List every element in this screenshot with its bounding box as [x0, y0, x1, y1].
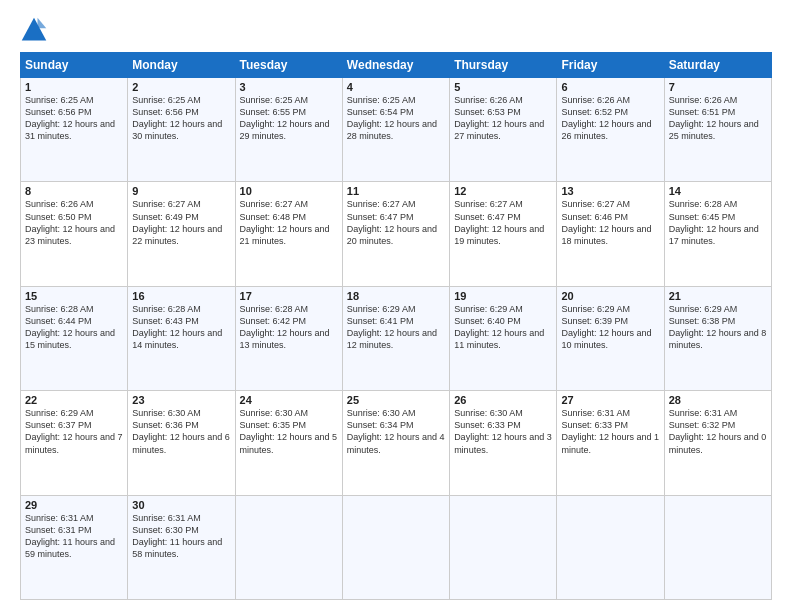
day-detail: Sunrise: 6:30 AMSunset: 6:36 PMDaylight:… [132, 408, 230, 454]
header [20, 16, 772, 44]
day-detail: Sunrise: 6:26 AMSunset: 6:52 PMDaylight:… [561, 95, 651, 141]
calendar-cell: 24 Sunrise: 6:30 AMSunset: 6:35 PMDaylig… [235, 391, 342, 495]
calendar-cell: 20 Sunrise: 6:29 AMSunset: 6:39 PMDaylig… [557, 286, 664, 390]
calendar-cell: 4 Sunrise: 6:25 AMSunset: 6:54 PMDayligh… [342, 78, 449, 182]
day-detail: Sunrise: 6:29 AMSunset: 6:37 PMDaylight:… [25, 408, 123, 454]
day-number: 14 [669, 185, 767, 197]
week-row-4: 22 Sunrise: 6:29 AMSunset: 6:37 PMDaylig… [21, 391, 772, 495]
calendar-cell: 7 Sunrise: 6:26 AMSunset: 6:51 PMDayligh… [664, 78, 771, 182]
calendar-cell [342, 495, 449, 599]
day-number: 21 [669, 290, 767, 302]
day-number: 17 [240, 290, 338, 302]
day-detail: Sunrise: 6:26 AMSunset: 6:53 PMDaylight:… [454, 95, 544, 141]
day-detail: Sunrise: 6:25 AMSunset: 6:54 PMDaylight:… [347, 95, 437, 141]
calendar-cell [557, 495, 664, 599]
calendar-cell: 18 Sunrise: 6:29 AMSunset: 6:41 PMDaylig… [342, 286, 449, 390]
day-number: 15 [25, 290, 123, 302]
week-row-1: 1 Sunrise: 6:25 AMSunset: 6:56 PMDayligh… [21, 78, 772, 182]
day-detail: Sunrise: 6:29 AMSunset: 6:41 PMDaylight:… [347, 304, 437, 350]
day-header-saturday: Saturday [664, 53, 771, 78]
day-number: 11 [347, 185, 445, 197]
calendar-cell: 12 Sunrise: 6:27 AMSunset: 6:47 PMDaylig… [450, 182, 557, 286]
day-number: 25 [347, 394, 445, 406]
day-detail: Sunrise: 6:30 AMSunset: 6:33 PMDaylight:… [454, 408, 552, 454]
svg-marker-1 [38, 18, 47, 29]
calendar-cell: 17 Sunrise: 6:28 AMSunset: 6:42 PMDaylig… [235, 286, 342, 390]
day-number: 9 [132, 185, 230, 197]
day-header-thursday: Thursday [450, 53, 557, 78]
day-detail: Sunrise: 6:26 AMSunset: 6:51 PMDaylight:… [669, 95, 759, 141]
calendar-cell: 10 Sunrise: 6:27 AMSunset: 6:48 PMDaylig… [235, 182, 342, 286]
logo-icon [20, 16, 48, 44]
calendar-cell: 29 Sunrise: 6:31 AMSunset: 6:31 PMDaylig… [21, 495, 128, 599]
calendar-cell: 1 Sunrise: 6:25 AMSunset: 6:56 PMDayligh… [21, 78, 128, 182]
day-number: 26 [454, 394, 552, 406]
day-number: 22 [25, 394, 123, 406]
calendar-cell: 27 Sunrise: 6:31 AMSunset: 6:33 PMDaylig… [557, 391, 664, 495]
day-number: 13 [561, 185, 659, 197]
calendar-cell: 23 Sunrise: 6:30 AMSunset: 6:36 PMDaylig… [128, 391, 235, 495]
day-detail: Sunrise: 6:27 AMSunset: 6:48 PMDaylight:… [240, 199, 330, 245]
day-detail: Sunrise: 6:30 AMSunset: 6:34 PMDaylight:… [347, 408, 445, 454]
day-detail: Sunrise: 6:31 AMSunset: 6:30 PMDaylight:… [132, 513, 222, 559]
calendar-cell: 28 Sunrise: 6:31 AMSunset: 6:32 PMDaylig… [664, 391, 771, 495]
day-detail: Sunrise: 6:27 AMSunset: 6:47 PMDaylight:… [347, 199, 437, 245]
day-number: 30 [132, 499, 230, 511]
day-number: 2 [132, 81, 230, 93]
calendar-cell: 25 Sunrise: 6:30 AMSunset: 6:34 PMDaylig… [342, 391, 449, 495]
day-detail: Sunrise: 6:29 AMSunset: 6:39 PMDaylight:… [561, 304, 651, 350]
calendar-cell: 22 Sunrise: 6:29 AMSunset: 6:37 PMDaylig… [21, 391, 128, 495]
day-detail: Sunrise: 6:25 AMSunset: 6:56 PMDaylight:… [132, 95, 222, 141]
calendar-cell: 5 Sunrise: 6:26 AMSunset: 6:53 PMDayligh… [450, 78, 557, 182]
day-header-sunday: Sunday [21, 53, 128, 78]
day-number: 1 [25, 81, 123, 93]
day-number: 12 [454, 185, 552, 197]
day-header-monday: Monday [128, 53, 235, 78]
calendar-body: 1 Sunrise: 6:25 AMSunset: 6:56 PMDayligh… [21, 78, 772, 600]
calendar-cell: 11 Sunrise: 6:27 AMSunset: 6:47 PMDaylig… [342, 182, 449, 286]
day-detail: Sunrise: 6:28 AMSunset: 6:45 PMDaylight:… [669, 199, 759, 245]
calendar-header-row: SundayMondayTuesdayWednesdayThursdayFrid… [21, 53, 772, 78]
calendar-cell: 16 Sunrise: 6:28 AMSunset: 6:43 PMDaylig… [128, 286, 235, 390]
calendar-cell: 30 Sunrise: 6:31 AMSunset: 6:30 PMDaylig… [128, 495, 235, 599]
day-number: 28 [669, 394, 767, 406]
calendar-cell: 15 Sunrise: 6:28 AMSunset: 6:44 PMDaylig… [21, 286, 128, 390]
logo [20, 16, 52, 44]
day-number: 29 [25, 499, 123, 511]
day-detail: Sunrise: 6:30 AMSunset: 6:35 PMDaylight:… [240, 408, 338, 454]
calendar-cell: 21 Sunrise: 6:29 AMSunset: 6:38 PMDaylig… [664, 286, 771, 390]
day-number: 4 [347, 81, 445, 93]
week-row-5: 29 Sunrise: 6:31 AMSunset: 6:31 PMDaylig… [21, 495, 772, 599]
day-number: 6 [561, 81, 659, 93]
day-detail: Sunrise: 6:26 AMSunset: 6:50 PMDaylight:… [25, 199, 115, 245]
day-number: 24 [240, 394, 338, 406]
calendar-cell: 8 Sunrise: 6:26 AMSunset: 6:50 PMDayligh… [21, 182, 128, 286]
calendar-cell [235, 495, 342, 599]
day-number: 18 [347, 290, 445, 302]
day-detail: Sunrise: 6:27 AMSunset: 6:46 PMDaylight:… [561, 199, 651, 245]
day-header-wednesday: Wednesday [342, 53, 449, 78]
calendar-cell: 19 Sunrise: 6:29 AMSunset: 6:40 PMDaylig… [450, 286, 557, 390]
day-number: 23 [132, 394, 230, 406]
week-row-2: 8 Sunrise: 6:26 AMSunset: 6:50 PMDayligh… [21, 182, 772, 286]
day-detail: Sunrise: 6:28 AMSunset: 6:44 PMDaylight:… [25, 304, 115, 350]
calendar-cell: 2 Sunrise: 6:25 AMSunset: 6:56 PMDayligh… [128, 78, 235, 182]
day-detail: Sunrise: 6:28 AMSunset: 6:43 PMDaylight:… [132, 304, 222, 350]
calendar-cell: 13 Sunrise: 6:27 AMSunset: 6:46 PMDaylig… [557, 182, 664, 286]
calendar-table: SundayMondayTuesdayWednesdayThursdayFrid… [20, 52, 772, 600]
svg-marker-0 [22, 18, 47, 41]
day-detail: Sunrise: 6:27 AMSunset: 6:47 PMDaylight:… [454, 199, 544, 245]
calendar-cell: 26 Sunrise: 6:30 AMSunset: 6:33 PMDaylig… [450, 391, 557, 495]
day-number: 3 [240, 81, 338, 93]
page: SundayMondayTuesdayWednesdayThursdayFrid… [0, 0, 792, 612]
calendar-cell: 6 Sunrise: 6:26 AMSunset: 6:52 PMDayligh… [557, 78, 664, 182]
day-detail: Sunrise: 6:27 AMSunset: 6:49 PMDaylight:… [132, 199, 222, 245]
day-detail: Sunrise: 6:31 AMSunset: 6:31 PMDaylight:… [25, 513, 115, 559]
day-detail: Sunrise: 6:29 AMSunset: 6:40 PMDaylight:… [454, 304, 544, 350]
day-detail: Sunrise: 6:31 AMSunset: 6:33 PMDaylight:… [561, 408, 659, 454]
day-detail: Sunrise: 6:29 AMSunset: 6:38 PMDaylight:… [669, 304, 767, 350]
day-header-friday: Friday [557, 53, 664, 78]
calendar-cell [450, 495, 557, 599]
day-number: 8 [25, 185, 123, 197]
day-number: 19 [454, 290, 552, 302]
